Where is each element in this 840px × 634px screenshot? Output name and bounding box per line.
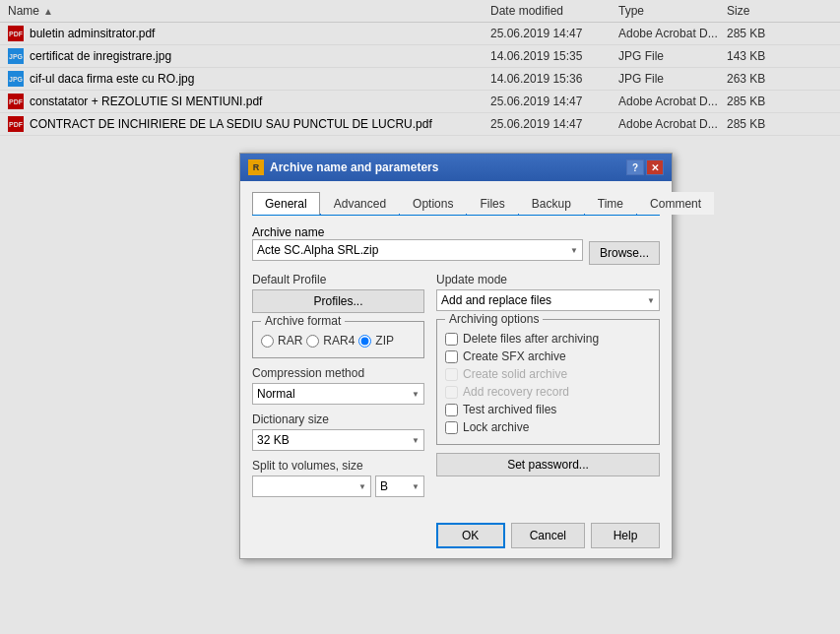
radio-zip-label: ZIP — [375, 334, 394, 348]
right-column: Update mode Add and replace files Update… — [436, 273, 660, 505]
archive-format-group: Archive format RAR RAR4 ZIP — [252, 321, 424, 358]
tab-backup[interactable]: Backup — [519, 192, 584, 215]
tab-options[interactable]: Options — [400, 192, 466, 215]
compression-method-section: Compression method Normal Store Fastest … — [252, 366, 424, 405]
radio-rar[interactable] — [261, 335, 274, 348]
set-password-button[interactable]: Set password... — [436, 453, 660, 476]
archiving-options-content: Delete files after archiving Create SFX … — [445, 328, 651, 434]
main-two-col: Default Profile Profiles... Archive form… — [252, 273, 660, 505]
archive-name-input[interactable] — [252, 239, 583, 261]
radio-rar4[interactable] — [306, 335, 319, 348]
radio-rar-label: RAR — [278, 334, 302, 348]
dictionary-select[interactable]: 32 KB 64 KB 128 KB — [252, 429, 424, 451]
cancel-button[interactable]: Cancel — [511, 523, 585, 548]
tab-general[interactable]: General — [252, 192, 320, 215]
archive-name-select-wrap — [252, 239, 583, 261]
add-recovery-label: Add recovery record — [463, 385, 569, 399]
tab-advanced[interactable]: Advanced — [321, 192, 399, 215]
dialog-footer: OK Cancel Help — [240, 515, 672, 558]
dialog-close-btn[interactable]: ✕ — [646, 159, 664, 175]
add-recovery-row: Add recovery record — [445, 385, 651, 399]
browse-btn-wrap: Browse... — [589, 225, 660, 265]
create-solid-row: Create solid archive — [445, 367, 651, 381]
split-unit-wrap: B KB MB GB — [375, 476, 424, 497]
lock-archive-label: Lock archive — [463, 420, 529, 434]
left-column: Default Profile Profiles... Archive form… — [252, 273, 424, 505]
test-archived-label: Test archived files — [463, 403, 556, 416]
test-archived-checkbox[interactable] — [445, 404, 458, 416]
titlebar-right: ? ✕ — [626, 159, 664, 175]
add-recovery-checkbox — [445, 386, 458, 399]
lock-archive-row: Lock archive — [445, 420, 651, 434]
create-solid-label: Create solid archive — [463, 367, 567, 381]
help-button[interactable]: Help — [591, 523, 660, 548]
radio-rar4-label: RAR4 — [323, 334, 355, 348]
update-mode-select-wrap: Add and replace files Update and add fil… — [436, 289, 660, 311]
split-row: B KB MB GB — [252, 476, 424, 497]
dialog-app-icon: R — [248, 159, 264, 175]
archive-name-label: Archive name — [252, 225, 324, 239]
archive-name-section: Archive name Browse... — [252, 225, 660, 265]
dictionary-size-section: Dictionary size 32 KB 64 KB 128 KB — [252, 412, 424, 451]
tab-files[interactable]: Files — [467, 192, 517, 215]
delete-files-checkbox[interactable] — [445, 333, 458, 346]
tab-bar: General Advanced Options Files Backup Ti… — [252, 191, 660, 216]
dialog-content: General Advanced Options Files Backup Ti… — [240, 181, 672, 515]
archive-name-wrap: Archive name — [252, 225, 583, 261]
archiving-options-legend: Archiving options — [445, 312, 543, 326]
update-mode-select[interactable]: Add and replace files Update and add fil… — [436, 289, 660, 311]
create-sfx-row: Create SFX archive — [445, 349, 651, 363]
create-solid-checkbox — [445, 368, 458, 381]
compression-select[interactable]: Normal Store Fastest Fast Good Best — [252, 383, 424, 405]
default-profile-section: Default Profile Profiles... — [252, 273, 424, 313]
test-archived-row: Test archived files — [445, 403, 651, 416]
titlebar-left: R Archive name and parameters — [248, 159, 438, 175]
split-volume-select[interactable] — [252, 476, 371, 497]
split-volumes-section: Split to volumes, size B KB MB — [252, 459, 424, 497]
split-input-wrap — [252, 476, 371, 497]
profiles-button[interactable]: Profiles... — [252, 289, 424, 313]
delete-files-row: Delete files after archiving — [445, 332, 651, 346]
archiving-options-group: Archiving options Delete files after arc… — [436, 319, 660, 445]
delete-files-label: Delete files after archiving — [463, 332, 599, 346]
update-mode-section: Update mode Add and replace files Update… — [436, 273, 660, 311]
create-sfx-checkbox[interactable] — [445, 350, 458, 363]
compression-method-label: Compression method — [252, 366, 424, 380]
dictionary-select-wrap: 32 KB 64 KB 128 KB — [252, 429, 424, 451]
compression-select-wrap: Normal Store Fastest Fast Good Best — [252, 383, 424, 405]
create-sfx-label: Create SFX archive — [463, 349, 566, 363]
update-mode-label: Update mode — [436, 273, 660, 286]
archive-format-legend: Archive format — [261, 314, 345, 328]
archive-format-content: RAR RAR4 ZIP — [261, 330, 416, 348]
radio-zip[interactable] — [358, 335, 371, 348]
ok-button[interactable]: OK — [436, 523, 505, 548]
tab-time[interactable]: Time — [585, 192, 636, 215]
dialog-title: Archive name and parameters — [270, 160, 438, 174]
dialog-help-btn[interactable]: ? — [626, 159, 644, 175]
archive-dialog: R Archive name and parameters ? ✕ Genera… — [239, 153, 673, 559]
radio-rar-row: RAR RAR4 ZIP — [261, 334, 416, 348]
default-profile-label: Default Profile — [252, 273, 424, 286]
dictionary-size-label: Dictionary size — [252, 412, 424, 426]
split-volumes-label: Split to volumes, size — [252, 459, 424, 473]
browse-button[interactable]: Browse... — [589, 241, 660, 265]
split-unit-select[interactable]: B KB MB GB — [375, 476, 424, 497]
dialog-titlebar: R Archive name and parameters ? ✕ — [240, 154, 672, 181]
lock-archive-checkbox[interactable] — [445, 421, 458, 434]
tab-comment[interactable]: Comment — [637, 192, 714, 215]
